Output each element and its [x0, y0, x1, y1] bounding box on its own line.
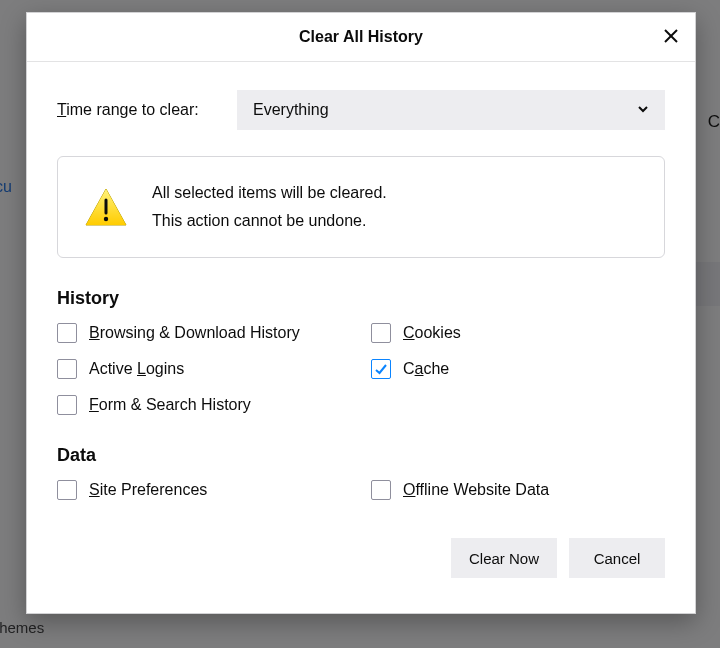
app-backdrop: ecu Themes C Clear All History Time rang…	[0, 0, 720, 648]
time-range-select[interactable]: Everything	[237, 90, 665, 130]
chevron-down-icon	[637, 101, 649, 119]
warning-icon	[84, 185, 128, 229]
checkbox-label: Cache	[403, 360, 449, 378]
checkbox-label: Form & Search History	[89, 396, 251, 414]
checkbox-active-logins[interactable]: Active Logins	[57, 359, 351, 379]
warning-box: All selected items will be cleared. This…	[57, 156, 665, 258]
checkbox-box	[371, 480, 391, 500]
warning-line1: All selected items will be cleared.	[152, 179, 387, 207]
time-range-label: Time range to clear:	[57, 101, 237, 119]
dialog-title: Clear All History	[299, 28, 423, 46]
checkbox-offline-website-data[interactable]: Offline Website Data	[371, 480, 665, 500]
data-checkbox-grid: Site Preferences Offline Website Data	[57, 480, 665, 500]
time-range-row: Time range to clear: Everything	[57, 90, 665, 130]
checkbox-cookies[interactable]: Cookies	[371, 323, 665, 343]
checkbox-form-search-history[interactable]: Form & Search History	[57, 395, 351, 415]
time-range-value: Everything	[253, 101, 329, 119]
warning-line2: This action cannot be undone.	[152, 207, 387, 235]
history-checkbox-grid: Browsing & Download History Cookies Acti…	[57, 323, 665, 415]
cancel-button[interactable]: Cancel	[569, 538, 665, 578]
bg-peek-letter: C	[708, 112, 720, 132]
checkbox-site-preferences[interactable]: Site Preferences	[57, 480, 351, 500]
checkbox-box	[371, 359, 391, 379]
checkbox-label: Browsing & Download History	[89, 324, 300, 342]
close-button[interactable]	[659, 25, 683, 49]
checkbox-box	[57, 359, 77, 379]
checkbox-label: Offline Website Data	[403, 481, 549, 499]
close-icon	[664, 29, 678, 46]
checkbox-box	[57, 395, 77, 415]
checkbox-box	[57, 480, 77, 500]
checkbox-label: Cookies	[403, 324, 461, 342]
checkbox-cache[interactable]: Cache	[371, 359, 665, 379]
checkbox-box	[57, 323, 77, 343]
clear-now-button[interactable]: Clear Now	[451, 538, 557, 578]
dialog-header: Clear All History	[27, 13, 695, 62]
clear-history-dialog: Clear All History Time range to clear: E…	[26, 12, 696, 614]
svg-point-5	[104, 217, 108, 221]
checkbox-browsing-download-history[interactable]: Browsing & Download History	[57, 323, 351, 343]
checkbox-label: Active Logins	[89, 360, 184, 378]
warning-text: All selected items will be cleared. This…	[152, 179, 387, 235]
section-history-title: History	[57, 288, 665, 309]
checkbox-box	[371, 323, 391, 343]
section-data-title: Data	[57, 445, 665, 466]
checkbox-label: Site Preferences	[89, 481, 207, 499]
dialog-footer: Clear Now Cancel	[57, 538, 665, 578]
dialog-content: Time range to clear: Everything	[27, 62, 695, 613]
